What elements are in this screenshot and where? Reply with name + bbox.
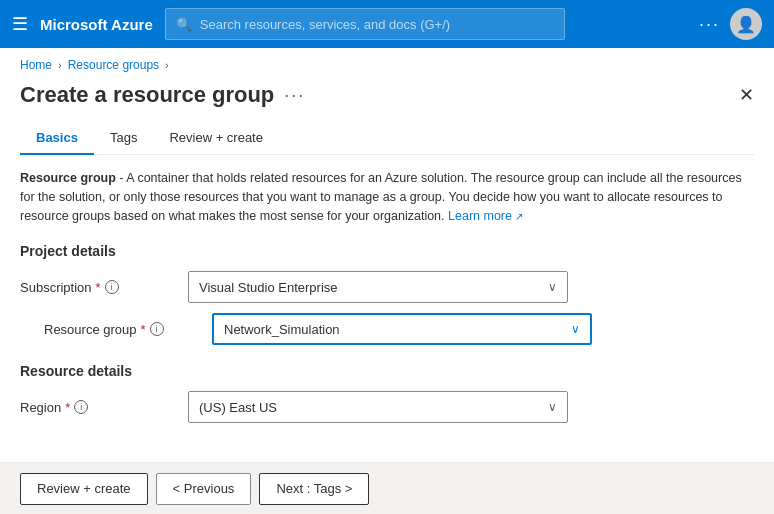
resource-group-dropdown[interactable]: Network_Simulation ∨ [212,313,592,345]
external-link-icon: ↗ [512,211,523,222]
footer: Review + create < Previous Next : Tags > [0,462,774,514]
subscription-label-text: Subscription [20,280,92,295]
tab-basics[interactable]: Basics [20,122,94,155]
resource-group-label-text: Resource group [44,322,137,337]
region-required: * [65,400,70,415]
resource-group-row: Resource group * i Network_Simulation ∨ [20,313,754,345]
subscription-chevron-icon: ∨ [548,280,557,294]
tab-tags[interactable]: Tags [94,122,153,155]
breadcrumb-sep-1: › [58,59,62,71]
breadcrumb-home[interactable]: Home [20,58,52,72]
main-content: Create a resource group ··· ✕ Basics Tag… [0,78,774,423]
avatar[interactable]: 👤 [730,8,762,40]
resource-group-label: Resource group * i [44,322,204,337]
close-button[interactable]: ✕ [739,84,754,106]
tabs: Basics Tags Review + create [20,122,754,155]
page-title-row: Create a resource group ··· ✕ [20,78,754,122]
project-details-section: Project details Subscription * i Visual … [20,243,754,345]
nav-right: ··· 👤 [699,8,762,40]
subscription-row: Subscription * i Visual Studio Enterpris… [20,271,754,303]
subscription-label: Subscription * i [20,280,180,295]
search-icon: 🔍 [176,17,192,32]
resource-details-title: Resource details [20,363,754,379]
description-text: - A container that holds related resourc… [20,171,742,223]
breadcrumb: Home › Resource groups › [0,48,774,78]
subscription-value: Visual Studio Enterprise [199,280,338,295]
app-title: Microsoft Azure [40,16,153,33]
project-details-title: Project details [20,243,754,259]
subscription-required: * [96,280,101,295]
resource-group-value: Network_Simulation [224,322,340,337]
region-dropdown[interactable]: (US) East US ∨ [188,391,568,423]
search-input[interactable] [200,17,554,32]
nav-more-icon[interactable]: ··· [699,14,720,35]
subscription-dropdown[interactable]: Visual Studio Enterprise ∨ [188,271,568,303]
resource-group-info-icon[interactable]: i [150,322,164,336]
region-label: Region * i [20,400,180,415]
breadcrumb-resource-groups[interactable]: Resource groups [68,58,159,72]
next-button[interactable]: Next : Tags > [259,473,369,505]
region-value: (US) East US [199,400,277,415]
region-row: Region * i (US) East US ∨ [20,391,754,423]
search-bar[interactable]: 🔍 [165,8,565,40]
page-title-left: Create a resource group ··· [20,82,305,108]
tab-review-create[interactable]: Review + create [153,122,279,155]
resource-group-chevron-icon: ∨ [571,322,580,336]
region-label-text: Region [20,400,61,415]
subscription-info-icon[interactable]: i [105,280,119,294]
previous-button[interactable]: < Previous [156,473,252,505]
region-info-icon[interactable]: i [74,400,88,414]
resource-group-required: * [141,322,146,337]
learn-more-link[interactable]: Learn more ↗ [448,209,523,223]
hamburger-icon[interactable]: ☰ [12,13,28,35]
region-chevron-icon: ∨ [548,400,557,414]
description-bold: Resource group [20,171,116,185]
review-create-button[interactable]: Review + create [20,473,148,505]
page-title: Create a resource group [20,82,274,108]
description: Resource group - A container that holds … [20,169,754,225]
resource-details-section: Resource details Region * i (US) East US… [20,363,754,423]
top-nav: ☰ Microsoft Azure 🔍 ··· 👤 [0,0,774,48]
learn-more-label: Learn more [448,209,512,223]
page-options-icon[interactable]: ··· [284,85,305,106]
breadcrumb-sep-2: › [165,59,169,71]
